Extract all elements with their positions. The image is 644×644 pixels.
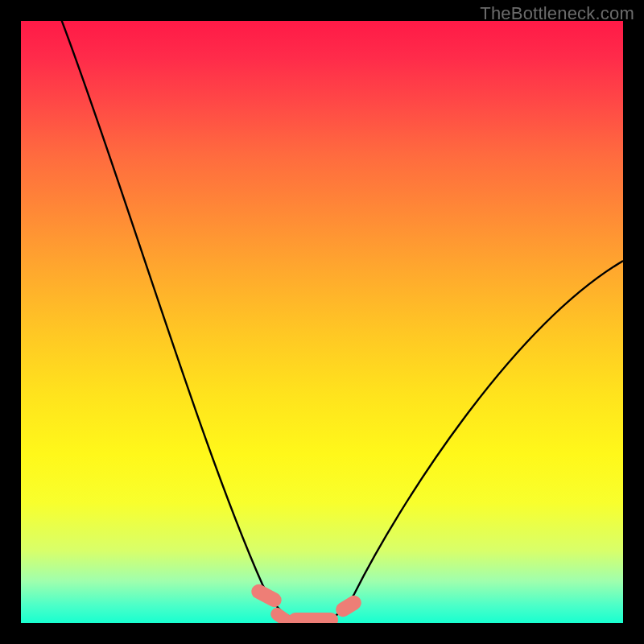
watermark-text: TheBottleneck.com bbox=[480, 3, 634, 24]
range-marker-right bbox=[333, 592, 364, 619]
curve-path bbox=[59, 21, 623, 621]
range-marker-left bbox=[249, 582, 284, 610]
bottleneck-curve-svg bbox=[21, 21, 623, 623]
range-marker-group bbox=[249, 582, 364, 623]
chart-plot-area bbox=[21, 21, 623, 623]
range-marker-flat bbox=[288, 613, 338, 623]
